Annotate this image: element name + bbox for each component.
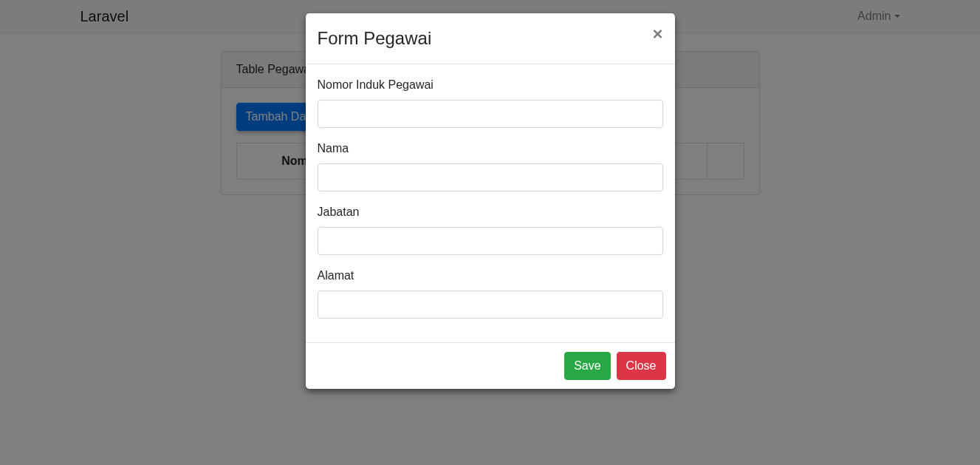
- save-button[interactable]: Save: [564, 352, 610, 380]
- modal-title: Form Pegawai: [318, 25, 432, 52]
- modal-footer: Save Close: [306, 342, 675, 389]
- nama-label: Nama: [318, 140, 349, 157]
- modal-dialog: Form Pegawai × Nomor Induk Pegawai Nama …: [306, 13, 675, 389]
- modal-body: Nomor Induk Pegawai Nama Jabatan Alamat: [306, 64, 675, 342]
- modal: Form Pegawai × Nomor Induk Pegawai Nama …: [0, 0, 980, 465]
- nip-label: Nomor Induk Pegawai: [318, 76, 434, 94]
- alamat-input[interactable]: [318, 291, 663, 319]
- nama-input[interactable]: [318, 163, 663, 191]
- close-button[interactable]: Close: [617, 352, 666, 380]
- alamat-label: Alamat: [318, 267, 354, 285]
- jabatan-label: Jabatan: [318, 203, 360, 221]
- modal-content: Form Pegawai × Nomor Induk Pegawai Nama …: [306, 13, 675, 389]
- nip-input[interactable]: [318, 100, 663, 128]
- jabatan-input[interactable]: [318, 227, 663, 255]
- modal-header: Form Pegawai ×: [306, 13, 675, 64]
- close-icon[interactable]: ×: [640, 13, 674, 55]
